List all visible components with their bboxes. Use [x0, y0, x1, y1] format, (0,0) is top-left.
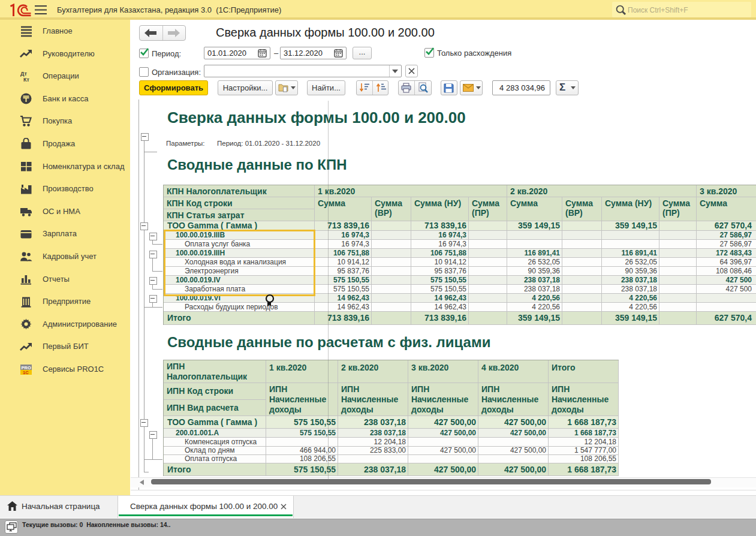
- svg-text:Дт: Дт: [20, 71, 27, 77]
- svg-text:Кт: Кт: [23, 77, 29, 83]
- svg-text:1C: 1C: [23, 370, 29, 375]
